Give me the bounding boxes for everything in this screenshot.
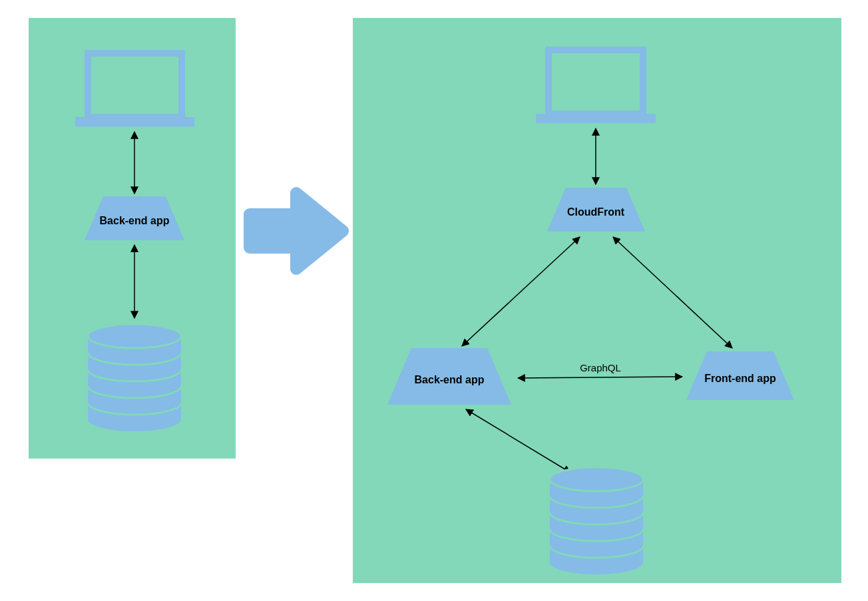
graphql-label: GraphQL — [580, 362, 621, 373]
diagram-svg: Back-end app — [0, 0, 868, 601]
left-backend-label: Back-end app — [100, 215, 170, 226]
transition-arrow-icon — [250, 193, 343, 269]
svg-point-25 — [550, 467, 643, 491]
database-icon — [88, 324, 181, 431]
diagram-canvas: Back-end app — [0, 0, 868, 601]
right-panel: CloudFront Back-end app Front-end app Gr… — [353, 18, 841, 583]
svg-point-12 — [88, 324, 181, 348]
right-backend-label: Back-end app — [415, 374, 485, 385]
left-panel: Back-end app — [29, 18, 236, 459]
database-icon — [550, 467, 643, 574]
svg-rect-1 — [75, 117, 194, 126]
cloudfront-label: CloudFront — [567, 206, 625, 218]
svg-rect-14 — [536, 114, 656, 123]
frontend-label: Front-end app — [704, 373, 776, 384]
